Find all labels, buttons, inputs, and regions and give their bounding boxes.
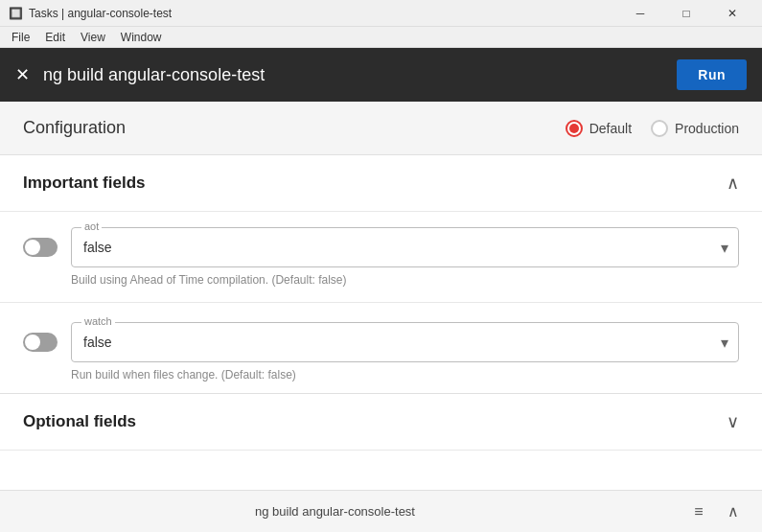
config-option-production-label: Production — [675, 121, 739, 136]
watch-select[interactable]: watch false ▾ — [71, 322, 739, 362]
menu-edit[interactable]: Edit — [37, 29, 73, 46]
status-bar: ng build angular-console-test ≡ ∧ — [0, 490, 762, 532]
minimize-button[interactable]: ─ — [618, 0, 662, 27]
optional-fields-header[interactable]: Optional fields ∨ — [0, 393, 762, 451]
important-fields-chevron: ∧ — [727, 173, 739, 194]
field-divider-1 — [0, 302, 762, 303]
run-button[interactable]: Run — [677, 59, 747, 90]
config-bar: Configuration Default Production — [0, 102, 762, 155]
window-controls: ─ □ ✕ — [618, 0, 754, 27]
watch-toggle[interactable] — [23, 333, 58, 352]
app-header: ✕ ng build angular-console-test Run — [0, 48, 762, 102]
title-bar-title: Tasks | angular-console-test — [29, 7, 618, 20]
status-command: ng build angular-console-test — [0, 504, 670, 519]
watch-label: watch — [81, 315, 115, 327]
optional-fields-chevron: ∨ — [727, 411, 739, 432]
optional-fields-title: Optional fields — [23, 412, 136, 431]
radio-production-circle — [651, 120, 668, 137]
important-fields-title: Important fields — [23, 173, 146, 193]
config-title: Configuration — [23, 118, 126, 138]
config-option-default[interactable]: Default — [566, 120, 632, 137]
close-panel-button[interactable]: ✕ — [15, 66, 30, 83]
watch-dropdown-arrow: ▾ — [721, 334, 728, 352]
menu-file[interactable]: File — [4, 29, 37, 46]
command-title: ng build angular-console-test — [43, 65, 663, 85]
menu-window[interactable]: Window — [113, 29, 170, 46]
config-option-production[interactable]: Production — [651, 120, 739, 137]
status-list-icon[interactable]: ≡ — [685, 498, 712, 525]
watch-value: false — [72, 323, 738, 361]
watch-field-main: watch false ▾ — [23, 322, 739, 362]
main-content: Important fields ∧ aot false ▾ Build usi… — [0, 155, 762, 490]
aot-label: aot — [81, 220, 102, 232]
window-close-button[interactable]: ✕ — [710, 0, 754, 27]
menu-bar: File Edit View Window — [0, 27, 762, 48]
aot-field-row: aot false ▾ Build using Ahead of Time co… — [0, 212, 762, 298]
aot-field-main: aot false ▾ — [23, 227, 739, 267]
important-fields-header[interactable]: Important fields ∧ — [0, 155, 762, 212]
maximize-button[interactable]: □ — [664, 0, 708, 27]
menu-view[interactable]: View — [73, 29, 113, 46]
title-bar: 🔲 Tasks | angular-console-test ─ □ ✕ — [0, 0, 762, 27]
aot-value: false — [72, 228, 738, 266]
aot-hint: Build using Ahead of Time compilation. (… — [23, 267, 739, 290]
watch-field-row: watch false ▾ Run build when files chang… — [0, 307, 762, 393]
watch-hint: Run build when files change. (Default: f… — [23, 362, 739, 385]
app-icon: 🔲 — [8, 6, 23, 21]
config-option-default-label: Default — [589, 121, 632, 136]
config-options: Default Production — [566, 120, 739, 137]
aot-dropdown-arrow: ▾ — [721, 239, 728, 257]
aot-select[interactable]: aot false ▾ — [71, 227, 739, 267]
status-chevron-up-icon[interactable]: ∧ — [720, 498, 747, 525]
radio-default-circle — [566, 120, 583, 137]
status-icons: ≡ ∧ — [685, 498, 762, 525]
aot-toggle[interactable] — [23, 238, 58, 257]
